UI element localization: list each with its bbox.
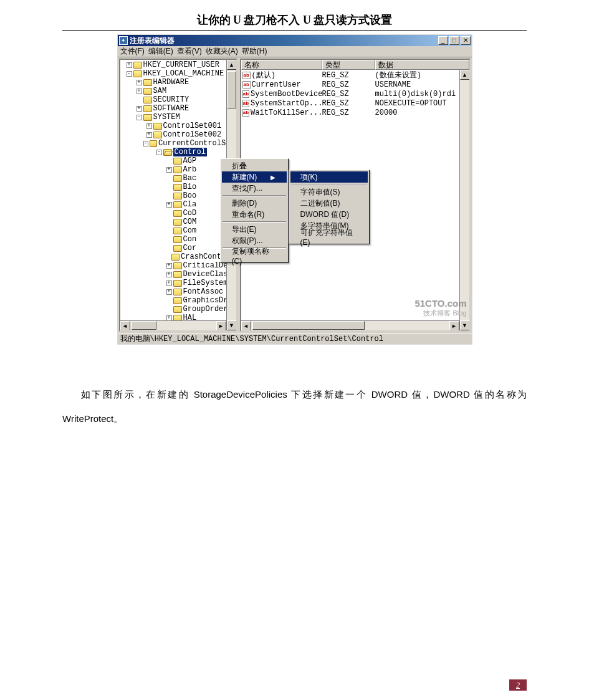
tree-item[interactable]: +Cla (122, 200, 235, 209)
menu-new[interactable]: 新建(N)▶ (222, 171, 287, 183)
tree-item[interactable]: AGP (122, 156, 235, 165)
tree-label[interactable]: DeviceClas (183, 270, 228, 279)
list-row[interactable]: ab(默认)REG_SZ(数值未设置) (241, 70, 469, 80)
tree-toggle-icon[interactable]: + (166, 280, 172, 286)
tree-item[interactable]: GraphicsDr (122, 296, 235, 305)
tree-label[interactable]: AGP (183, 156, 197, 165)
list-row[interactable]: abCurrentUserREG_SZUSERNAME (241, 80, 469, 89)
tree-item[interactable]: -SYSTEM (122, 113, 235, 122)
scroll-up-icon[interactable]: ▲ (227, 60, 237, 70)
menu-permissions[interactable]: 权限(P)... (222, 235, 287, 246)
tree-hscrollbar[interactable]: ◄ ► (120, 320, 226, 330)
tree-label[interactable]: HKEY_CURRENT_USER (143, 60, 219, 69)
submenu-expandstring[interactable]: 可扩充字符串值(E) (290, 231, 368, 242)
menu-find[interactable]: 查找(F)... (222, 183, 287, 194)
tree-item[interactable]: COM (122, 218, 235, 226)
submenu-dword[interactable]: DWORD 值(D) (290, 209, 368, 220)
tree-label[interactable]: FileSystem (183, 279, 228, 287)
tree-item[interactable]: Bio (122, 183, 235, 191)
menu-edit[interactable]: 编辑(E) (148, 46, 173, 57)
tree-item[interactable]: +FileSystem (122, 279, 235, 287)
tree-item[interactable]: Boo (122, 191, 235, 200)
scroll-down-icon[interactable]: ▼ (227, 320, 237, 330)
tree-item[interactable]: +Arb (122, 165, 235, 174)
list-hscrollbar[interactable]: ◄ ► (241, 320, 459, 330)
tree-item[interactable]: CoD (122, 209, 235, 218)
tree-toggle-icon[interactable]: + (136, 89, 142, 94)
menu-file[interactable]: 文件(F) (120, 46, 145, 57)
tree-toggle-icon[interactable]: + (136, 80, 142, 85)
tree-label[interactable]: SECURITY (153, 95, 189, 104)
tree-toggle-icon[interactable]: + (146, 123, 152, 129)
tree-label[interactable]: CoD (183, 209, 197, 218)
list-row[interactable]: abWaitToKillSer...REG_SZ20000 (241, 108, 469, 117)
tree-label[interactable]: Cor (183, 244, 197, 252)
scroll-right-icon[interactable]: ► (216, 321, 226, 331)
new-submenu[interactable]: 项(K) 字符串值(S) 二进制值(B) DWORD 值(D) 多字符串值(M)… (289, 170, 370, 244)
tree-item[interactable]: -Control (122, 148, 235, 156)
scroll-up-icon[interactable]: ▲ (460, 70, 470, 80)
column-data[interactable]: 数据 (375, 60, 469, 70)
tree-label[interactable]: Com (183, 226, 197, 235)
tree-item[interactable]: Com (122, 226, 235, 235)
list-row[interactable]: abSystemBootDeviceREG_SZmulti(0)disk(0)r… (241, 89, 469, 98)
close-button[interactable]: ✕ (461, 36, 471, 45)
menu-collapse[interactable]: 折叠 (222, 160, 287, 171)
tree-label[interactable]: ControlSet001 (163, 122, 222, 130)
list-row[interactable]: abSystemStartOp...REG_SZNOEXECUTE=OPTOUT (241, 98, 469, 108)
tree-label[interactable]: ControlSet002 (163, 130, 222, 139)
tree-item[interactable]: +HKEY_CURRENT_USER (122, 60, 235, 69)
tree-item[interactable]: -HKEY_LOCAL_MACHINE (122, 69, 235, 78)
tree-item[interactable]: +ControlSet001 (122, 122, 235, 130)
menu-rename[interactable]: 重命名(R) (222, 209, 287, 220)
submenu-string[interactable]: 字符串值(S) (290, 186, 368, 198)
scroll-left-icon[interactable]: ◄ (120, 321, 130, 331)
tree-label[interactable]: GraphicsDr (183, 296, 228, 305)
scroll-right-icon[interactable]: ► (449, 321, 459, 331)
tree-item[interactable]: +ControlSet002 (122, 130, 235, 139)
tree-item[interactable]: -CurrentControlSet (122, 139, 235, 148)
tree-label[interactable]: Arb (183, 165, 197, 174)
tree-item[interactable]: Bac (122, 174, 235, 183)
tree-item[interactable]: +DeviceClas (122, 270, 235, 279)
tree-toggle-icon[interactable]: + (166, 272, 172, 277)
submenu-binary[interactable]: 二进制值(B) (290, 198, 368, 209)
tree-item[interactable]: GroupOrder (122, 305, 235, 314)
tree-label[interactable]: Cla (183, 200, 197, 209)
menu-help[interactable]: 帮助(H) (242, 46, 267, 57)
tree-item[interactable]: +SAM (122, 87, 235, 95)
tree-label[interactable]: Control (173, 148, 207, 156)
tree-label[interactable]: GroupOrder (183, 305, 228, 314)
tree-toggle-icon[interactable]: + (136, 106, 142, 112)
tree-toggle-icon[interactable]: + (166, 289, 172, 295)
submenu-key[interactable]: 项(K) (290, 171, 368, 183)
tree-item[interactable]: CrashControl (122, 252, 235, 261)
tree-label[interactable]: HARDWARE (153, 78, 189, 87)
context-menu[interactable]: 折叠 新建(N)▶ 查找(F)... 删除(D) 重命名(R) 导出(E) 权限… (220, 158, 289, 263)
tree-toggle-icon[interactable]: + (166, 202, 172, 208)
tree-toggle-icon[interactable]: - (127, 71, 132, 77)
tree-toggle-icon[interactable]: - (156, 150, 162, 155)
tree-label[interactable]: Boo (183, 191, 197, 200)
minimize-button[interactable]: _ (438, 36, 448, 45)
tree-item[interactable]: +SOFTWARE (122, 104, 235, 113)
scroll-down-icon[interactable]: ▼ (460, 320, 470, 330)
tree-label[interactable]: FontAssoc (183, 287, 224, 296)
tree-label[interactable]: Bac (183, 174, 197, 183)
tree-toggle-icon[interactable]: + (166, 167, 172, 173)
tree-toggle-icon[interactable]: + (127, 62, 132, 68)
tree-toggle-icon[interactable]: - (143, 141, 148, 146)
list-vscrollbar[interactable]: ▲ ▼ (459, 70, 469, 330)
tree-label[interactable]: Con (183, 235, 197, 244)
menu-delete[interactable]: 删除(D) (222, 198, 287, 209)
tree-label[interactable]: SOFTWARE (153, 104, 189, 113)
tree-item[interactable]: +HARDWARE (122, 78, 235, 87)
tree-item[interactable]: SECURITY (122, 95, 235, 104)
tree-item[interactable]: Con (122, 235, 235, 244)
tree-label[interactable]: CurrentControlSet (158, 139, 234, 148)
tree-item[interactable]: +FontAssoc (122, 287, 235, 296)
tree-label[interactable]: HKEY_LOCAL_MACHINE (143, 69, 224, 78)
tree-label[interactable]: SAM (153, 87, 167, 95)
column-type[interactable]: 类型 (322, 60, 375, 70)
tree-label[interactable]: COM (183, 218, 197, 226)
